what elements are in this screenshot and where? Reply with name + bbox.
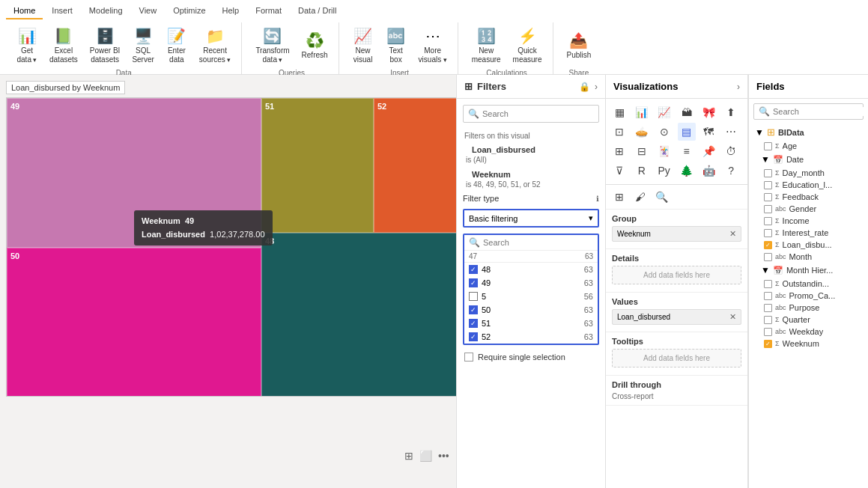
- viz-icon-waterfall[interactable]: ⬆: [722, 103, 740, 121]
- viz-icon-ribbon[interactable]: 🎀: [699, 103, 717, 121]
- new-measure-button[interactable]: 🔢 Newmeasure: [467, 22, 506, 67]
- text-box-button[interactable]: 🔤 Textbox: [381, 22, 411, 67]
- fields-item-weekday[interactable]: abc Weekday: [749, 326, 868, 338]
- filter-checkbox-50[interactable]: ✓: [469, 305, 478, 314]
- fields-item-weeknum[interactable]: ✓ Σ Weeknum: [749, 338, 868, 350]
- fields-item-education[interactable]: Σ Education_l...: [749, 179, 868, 191]
- viz-details-drop[interactable]: Add data fields here: [612, 266, 741, 284]
- quick-measure-button[interactable]: ⚡ Quickmeasure: [509, 22, 547, 67]
- viz-icon-more[interactable]: ⋯: [722, 123, 740, 141]
- viz-analytics-icon[interactable]: 🔍: [652, 188, 670, 206]
- fields-checkbox-income[interactable]: [764, 217, 772, 225]
- viz-icon-matrix[interactable]: ⊟: [633, 142, 651, 160]
- require-selection-checkbox[interactable]: [464, 353, 473, 362]
- filter-checkbox-48[interactable]: ✓: [469, 265, 478, 274]
- filter-row-48[interactable]: ✓ 48 63: [464, 263, 598, 276]
- viz-icon-kpi[interactable]: 📌: [699, 142, 717, 160]
- filter-type-dropdown[interactable]: Basic filtering ▾: [463, 209, 599, 228]
- viz-icon-funnel[interactable]: ⊽: [610, 162, 628, 180]
- tab-optimize[interactable]: Optimize: [166, 3, 213, 19]
- viz-icon-scatter[interactable]: ⊡: [610, 123, 628, 141]
- treemap-container[interactable]: 49 51 52 50 48 Weeknum 49 Loan_disbursed…: [6, 97, 456, 397]
- more-visuals-button[interactable]: ⋯ Morevisuals: [414, 22, 452, 67]
- fields-item-outstanding[interactable]: Σ Outstandin...: [749, 278, 868, 290]
- viz-icon-python[interactable]: Py: [655, 162, 673, 180]
- fields-group-bidata-header[interactable]: ▼ ⊞ BIData: [749, 124, 868, 140]
- viz-icon-donut[interactable]: ⊙: [655, 123, 673, 141]
- fields-item-month[interactable]: abc Month: [749, 251, 868, 263]
- fields-checkbox-weeknum[interactable]: ✓: [764, 340, 772, 348]
- enter-data-button[interactable]: 📝 Enterdata: [162, 22, 192, 67]
- fields-date-group-header[interactable]: ▼ 📅 Date: [749, 152, 868, 167]
- fields-item-gender[interactable]: abc Gender: [749, 203, 868, 215]
- viz-icon-qanda[interactable]: ?: [722, 162, 740, 180]
- viz-icon-bar[interactable]: ▦: [610, 103, 628, 121]
- filter-row-50[interactable]: ✓ 50 63: [464, 303, 598, 317]
- fields-item-income[interactable]: Σ Income: [749, 215, 868, 227]
- viz-icon-column[interactable]: 📊: [633, 103, 651, 121]
- fields-item-quarter[interactable]: Σ Quarter: [749, 314, 868, 326]
- publish-button[interactable]: 📤 Publish: [562, 27, 596, 63]
- refresh-button[interactable]: ♻️ Refresh: [297, 27, 333, 63]
- filters-expand-icon[interactable]: ›: [595, 82, 598, 92]
- fields-item-purpose[interactable]: abc Purpose: [749, 302, 868, 314]
- new-visual-button[interactable]: 📈 Newvisual: [348, 22, 378, 67]
- tab-help[interactable]: Help: [215, 3, 247, 19]
- filter-row-51[interactable]: ✓ 51 63: [464, 317, 598, 330]
- viz-icon-table[interactable]: ⊞: [610, 142, 628, 160]
- powerbi-button[interactable]: 🗄️ Power BIdatasets: [85, 22, 125, 67]
- viz-values-chip-remove[interactable]: ✕: [729, 312, 736, 322]
- tab-view[interactable]: View: [132, 3, 165, 19]
- treemap-cell-50[interactable]: 50: [7, 248, 261, 397]
- fields-item-interest[interactable]: Σ Interest_rate: [749, 227, 868, 239]
- viz-expand-icon[interactable]: ›: [737, 82, 740, 92]
- viz-icon-ai[interactable]: 🤖: [699, 162, 717, 180]
- tab-format[interactable]: Format: [248, 3, 289, 19]
- fields-checkbox-feedback[interactable]: [764, 193, 772, 201]
- fields-item-day-month[interactable]: Σ Day_month: [749, 167, 868, 179]
- viz-format-icon[interactable]: 🖌: [631, 188, 649, 206]
- viz-fields-icon[interactable]: ⊞: [610, 188, 628, 206]
- sql-button[interactable]: 🖥️ SQLServer: [127, 22, 158, 67]
- filter-row-5[interactable]: 5 56: [464, 290, 598, 303]
- filter-checkbox-5[interactable]: [469, 292, 478, 301]
- fields-checkbox-interest[interactable]: [764, 229, 772, 237]
- viz-icon-card[interactable]: 🃏: [655, 142, 673, 160]
- filter-icon[interactable]: ⊞: [404, 450, 413, 462]
- fields-monthhier-group-header[interactable]: ▼ 📅 Month Hier...: [749, 263, 868, 278]
- viz-icon-decomp[interactable]: 🌲: [678, 162, 696, 180]
- viz-icon-r-visual[interactable]: R: [633, 162, 651, 180]
- fields-item-feedback[interactable]: Σ Feedback: [749, 191, 868, 203]
- fields-checkbox-weekday[interactable]: [764, 328, 772, 336]
- filters-search-input[interactable]: [482, 109, 594, 118]
- fields-checkbox-month[interactable]: [764, 253, 772, 261]
- focus-mode-icon[interactable]: ⬜: [419, 450, 432, 462]
- fields-checkbox-education[interactable]: [764, 181, 772, 189]
- filter-type-info-icon[interactable]: ℹ: [596, 195, 599, 203]
- viz-group-chip-remove[interactable]: ✕: [729, 229, 736, 239]
- fields-checkbox-day-month[interactable]: [764, 169, 772, 177]
- fields-item-loan[interactable]: ✓ Σ Loan_disbu...: [749, 239, 868, 251]
- viz-tooltips-drop[interactable]: Add data fields here: [612, 349, 741, 367]
- fields-checkbox-purpose[interactable]: [764, 304, 772, 312]
- more-options-icon[interactable]: •••: [438, 450, 449, 462]
- fields-checkbox-loan[interactable]: ✓: [764, 241, 772, 249]
- viz-icon-map[interactable]: 🗺: [699, 123, 717, 141]
- tab-insert[interactable]: Insert: [44, 3, 80, 19]
- filters-lock-icon[interactable]: 🔒: [579, 82, 590, 92]
- viz-icon-multirow[interactable]: ≡: [678, 142, 696, 160]
- tab-home[interactable]: Home: [6, 3, 43, 19]
- treemap-cell-51[interactable]: 51: [261, 98, 374, 233]
- fields-checkbox-quarter[interactable]: [764, 316, 772, 324]
- excel-button[interactable]: 📗 Exceldatasets: [45, 22, 82, 67]
- filter-checkbox-51[interactable]: ✓: [469, 319, 478, 328]
- filter-list-search-input[interactable]: [483, 238, 593, 247]
- tab-modeling[interactable]: Modeling: [82, 3, 130, 19]
- recent-sources-button[interactable]: 📁 Recentsources: [195, 22, 236, 67]
- filter-row-52[interactable]: ✓ 52 63: [464, 330, 598, 344]
- viz-icon-gauge[interactable]: ⏱: [722, 142, 740, 160]
- filter-checkbox-49[interactable]: ✓: [469, 278, 478, 287]
- fields-checkbox-outstanding[interactable]: [764, 280, 772, 288]
- get-data-button[interactable]: 📊 Getdata: [12, 22, 42, 67]
- fields-item-promo[interactable]: abc Promo_Ca...: [749, 290, 868, 302]
